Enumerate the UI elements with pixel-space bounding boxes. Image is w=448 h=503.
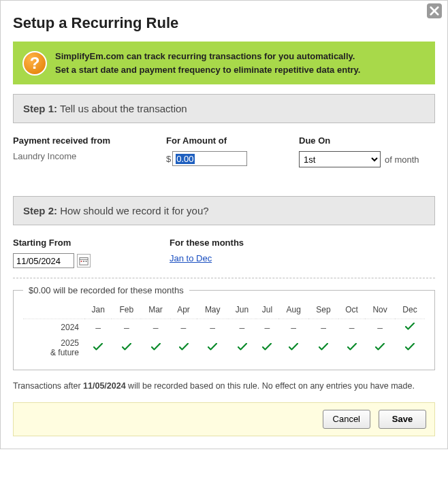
footer-note: Transactions after 11/05/2024 will be re… <box>13 380 435 393</box>
schedule-cell <box>256 336 278 360</box>
schedule-cell <box>338 336 365 360</box>
cancel-button[interactable]: Cancel <box>323 410 370 429</box>
step1-desc: Tell us about the transaction <box>57 103 187 114</box>
starting-col: Starting From <box>13 238 135 268</box>
step1-fields: Payment received from Laundry Income For… <box>13 135 435 167</box>
schedule-row-label: 2024 <box>23 319 84 336</box>
schedule-cell <box>278 336 308 360</box>
month-header: Jul <box>256 302 278 319</box>
month-header: May <box>197 302 228 319</box>
month-header: Mar <box>141 302 170 319</box>
schedule-cell <box>170 336 197 360</box>
month-header: Nov <box>365 302 395 319</box>
calendar-icon <box>79 256 89 265</box>
schedule-row: 2024––––––––––– <box>23 319 425 336</box>
starting-label: Starting From <box>13 238 135 248</box>
schedule-cell: – <box>197 319 228 336</box>
due-col: Due On 1st of month <box>299 135 435 167</box>
schedule-cell: – <box>338 319 365 336</box>
info-text: SimplifyEm.com can track recurring trans… <box>55 50 360 76</box>
save-button[interactable]: Save <box>379 410 426 429</box>
month-header: Aug <box>278 302 308 319</box>
month-header: Sep <box>308 302 338 319</box>
months-header: JanFebMarAprMayJunJulAugSepOctNovDec <box>23 302 425 319</box>
schedule-row: 2025& future <box>23 336 425 360</box>
divider <box>13 278 435 278</box>
button-bar: Cancel Save <box>13 402 435 436</box>
info-line1: SimplifyEm.com can track recurring trans… <box>55 51 355 61</box>
due-label: Due On <box>299 135 435 146</box>
question-icon: ? <box>22 51 47 76</box>
schedule-cell: – <box>170 319 197 336</box>
amount-wrap: $ 0.00 <box>166 151 285 166</box>
date-wrap <box>13 253 135 268</box>
month-header: Jan <box>84 302 112 319</box>
step2-fields: Starting From For these months Jan to De… <box>13 238 435 268</box>
schedule-cell: – <box>256 319 278 336</box>
currency-symbol: $ <box>166 154 171 164</box>
months-link[interactable]: Jan to Dec <box>170 253 244 263</box>
amount-label: For Amount of <box>166 135 285 146</box>
schedule-cell <box>395 319 425 336</box>
schedule-cell: – <box>278 319 308 336</box>
schedule-cell <box>395 336 425 360</box>
step1-label: Step 1: <box>23 103 57 114</box>
close-icon <box>430 6 439 16</box>
schedule-table: JanFebMarAprMayJunJulAugSepOctNovDec 202… <box>23 302 425 360</box>
schedule-cell: – <box>84 319 112 336</box>
schedule-cell <box>228 336 255 360</box>
schedule-cell <box>141 336 170 360</box>
schedule-cell: – <box>308 319 338 336</box>
amount-input[interactable]: 0.00 <box>172 151 247 166</box>
svg-rect-3 <box>83 261 84 262</box>
step2-header: Step 2: How should we record it for you? <box>13 196 435 225</box>
schedule-fieldset: $0.00 will be recorded for these months … <box>13 285 435 370</box>
schedule-cell: – <box>365 319 395 336</box>
step1-header: Step 1: Tell us about the transaction <box>13 94 435 123</box>
svg-rect-2 <box>81 261 82 262</box>
schedule-cell: – <box>228 319 255 336</box>
schedule-cell <box>308 336 338 360</box>
dialog-title: Setup a Recurring Rule <box>13 14 435 32</box>
schedule-row-label: 2025& future <box>23 336 84 360</box>
step2-desc: How should we record it for you? <box>57 205 209 216</box>
payment-col: Payment received from Laundry Income <box>13 135 153 167</box>
schedule-cell: – <box>141 319 170 336</box>
info-banner: ? SimplifyEm.com can track recurring tra… <box>13 42 435 84</box>
month-header: Jun <box>228 302 255 319</box>
schedule-cell <box>112 336 141 360</box>
due-suffix: of month <box>385 155 419 165</box>
schedule-cell <box>197 336 228 360</box>
due-select[interactable]: 1st <box>299 151 381 167</box>
note-suffix: will be recorded based on this rule. No … <box>126 381 415 391</box>
schedule-cell: – <box>112 319 141 336</box>
starting-date-input[interactable] <box>13 253 74 268</box>
calendar-button[interactable] <box>77 254 91 267</box>
step2-label: Step 2: <box>23 205 57 216</box>
months-col: For these months Jan to Dec <box>170 238 244 268</box>
note-prefix: Transactions after <box>13 381 83 391</box>
svg-rect-4 <box>86 261 87 262</box>
amount-value-selected: 0.00 <box>176 154 194 164</box>
month-header: Oct <box>338 302 365 319</box>
info-line2: Set a start date and payment frequency t… <box>55 65 360 75</box>
payment-label: Payment received from <box>13 135 153 146</box>
month-header: Feb <box>112 302 141 319</box>
note-date: 11/05/2024 <box>83 381 126 391</box>
amount-col: For Amount of $ 0.00 <box>166 135 285 167</box>
close-button[interactable] <box>427 3 442 18</box>
schedule-legend: $0.00 will be recorded for these months <box>23 285 189 295</box>
payment-value: Laundry Income <box>13 151 153 161</box>
month-header: Apr <box>170 302 197 319</box>
months-label: For these months <box>170 238 244 248</box>
schedule-cell <box>365 336 395 360</box>
due-wrap: 1st of month <box>299 151 435 167</box>
month-header: Dec <box>395 302 425 319</box>
recurring-rule-dialog: Setup a Recurring Rule ? SimplifyEm.com … <box>0 0 448 449</box>
schedule-cell <box>84 336 112 360</box>
